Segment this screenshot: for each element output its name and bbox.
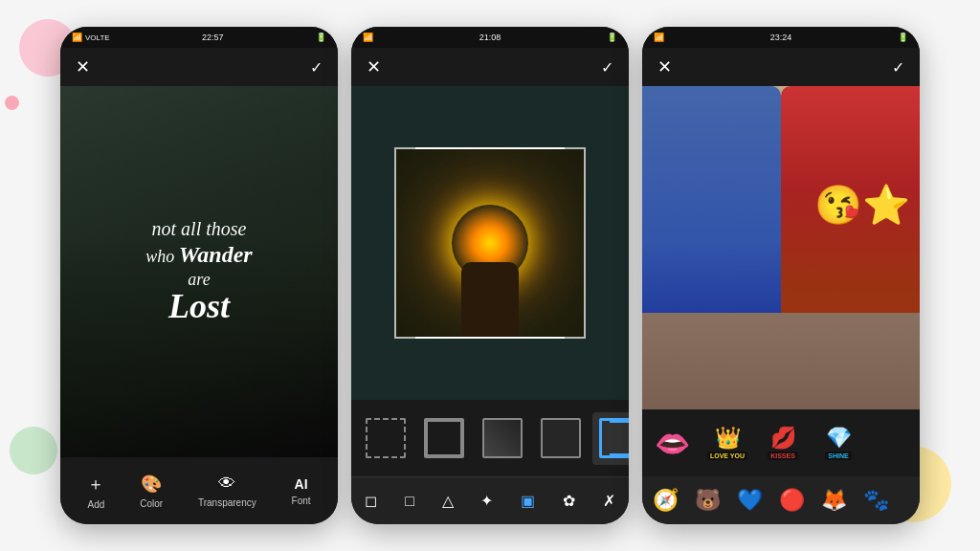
- diamond-emoji: 💎: [826, 426, 852, 451]
- confirm-button-2[interactable]: ✓: [601, 58, 613, 77]
- status-icons-left-3: 📶: [654, 33, 664, 42]
- ai-font-icon: AI: [295, 476, 308, 492]
- sticker-extra[interactable]: 🐾: [858, 483, 893, 518]
- status-bar-1: 📶 VOLTE 22:57 🔋: [60, 27, 338, 48]
- status-bar-2: 📶 21:08 🔋: [351, 27, 629, 48]
- frame-option-3[interactable]: [476, 412, 528, 465]
- status-icons-left-1: 📶 VOLTE: [72, 33, 110, 42]
- shine-label: SHINE: [825, 452, 851, 460]
- crown-emoji: 👑: [715, 426, 741, 451]
- sticker-emoji-placed[interactable]: 😘⭐: [814, 183, 910, 228]
- frame-option-2[interactable]: [417, 412, 470, 465]
- battery-icon-2: 🔋: [607, 33, 617, 42]
- photo-frame: [394, 147, 586, 339]
- photo-bg-3: 😘⭐: [642, 86, 920, 409]
- signal-icon-2: 📶: [363, 33, 373, 42]
- transparency-label: Transparency: [198, 497, 256, 508]
- time-1: 22:57: [202, 33, 224, 42]
- frame-option-4[interactable]: [534, 412, 587, 465]
- signal-icon-3: 📶: [654, 33, 664, 42]
- kisses-emoji: 💋: [770, 426, 796, 451]
- stickers-shelf-2: 🧭 🐻 💙 🔴 🦊 🐾: [642, 476, 920, 524]
- app-header-3: ✕ ✓: [642, 48, 920, 86]
- transparency-icon: 👁: [218, 474, 235, 494]
- hand-silhouette: [461, 262, 519, 339]
- quote-line2: who Wander: [145, 242, 252, 268]
- status-icons-left-2: 📶: [363, 33, 373, 42]
- canvas-area-1[interactable]: not all those who Wander are Lost: [60, 86, 338, 457]
- phone-text-editor: 📶 VOLTE 22:57 🔋 ✕ ✓ not all those who Wa…: [60, 27, 338, 524]
- heart-blue-emoji: 💙: [737, 488, 763, 513]
- status-icons-right-3: 🔋: [898, 33, 908, 42]
- frame-tool-square3[interactable]: ▣: [515, 486, 541, 516]
- add-label: Add: [88, 499, 105, 510]
- sticker-kisses[interactable]: 💋 KISSES: [759, 419, 807, 467]
- close-button-3[interactable]: ✕: [657, 56, 672, 77]
- canvas-area-2[interactable]: [351, 86, 629, 400]
- tool-transparency[interactable]: 👁 Transparency: [198, 474, 256, 508]
- frame-toolbar: ◻ □ △ ✦ ▣ ✿ ✗: [351, 476, 629, 524]
- kisses-label: KISSES: [768, 452, 798, 460]
- quote-word-lost: Lost: [145, 286, 252, 326]
- person-left: [642, 86, 781, 344]
- frame-tool-x[interactable]: ✗: [597, 486, 621, 516]
- stickers-shelf-1: 👄 👑 LOVE YOU 💋 KISSES 💎 SHINE: [642, 409, 920, 476]
- fox-emoji: 🦊: [821, 488, 847, 513]
- tool-add[interactable]: ＋ Add: [87, 473, 104, 510]
- sticker-heart-blue[interactable]: 💙: [732, 483, 767, 518]
- sticker-compass[interactable]: 🧭: [648, 483, 682, 518]
- tool-font[interactable]: AI Font: [292, 476, 311, 506]
- add-icon: ＋: [87, 473, 104, 496]
- app-header-1: ✕ ✓: [60, 48, 338, 86]
- phone-sticker-editor: 📶 23:24 🔋 ✕ ✓ 😘⭐ 👄: [642, 27, 920, 524]
- close-button-1[interactable]: ✕: [76, 56, 90, 77]
- color-label: Color: [140, 498, 163, 509]
- compass-emoji: 🧭: [653, 488, 679, 513]
- life-ring-emoji: 🔴: [779, 488, 805, 513]
- confirm-button-3[interactable]: ✓: [892, 58, 904, 77]
- sim-icon-1: VOLTE: [85, 33, 110, 42]
- frames-shelf: [351, 400, 629, 476]
- quote-line1: not all those: [145, 218, 252, 240]
- status-icons-right-2: 🔋: [607, 33, 617, 42]
- canvas-area-3[interactable]: 😘⭐: [642, 86, 920, 409]
- confirm-button-1[interactable]: ✓: [310, 58, 323, 77]
- close-button-2[interactable]: ✕: [367, 56, 381, 77]
- love-you-label: LOVE YOU: [707, 452, 747, 460]
- signal-icon-1: 📶: [72, 33, 82, 42]
- status-bar-3: 📶 23:24 🔋: [642, 27, 920, 48]
- sticker-shine[interactable]: 💎 SHINE: [814, 419, 862, 467]
- frame-tool-triangle[interactable]: △: [436, 486, 459, 516]
- toolbar-1: ＋ Add 🎨 Color 👁 Transparency AI Font: [60, 457, 338, 524]
- sticker-fox[interactable]: 🦊: [816, 483, 851, 518]
- font-label: Font: [292, 496, 311, 506]
- battery-icon-3: 🔋: [898, 33, 908, 42]
- sticker-life-ring[interactable]: 🔴: [774, 483, 809, 518]
- frame-tool-star[interactable]: ✦: [475, 486, 499, 516]
- extra-emoji: 🐾: [863, 488, 889, 513]
- time-2: 21:08: [479, 33, 501, 42]
- phones-container: 📶 VOLTE 22:57 🔋 ✕ ✓ not all those who Wa…: [0, 0, 980, 551]
- color-icon: 🎨: [141, 474, 162, 495]
- photo-img: [394, 147, 586, 339]
- frame-option-5[interactable]: [592, 412, 629, 465]
- tool-color[interactable]: 🎨 Color: [140, 474, 163, 509]
- status-icons-right-1: 🔋: [316, 33, 326, 42]
- time-3: 23:24: [770, 33, 792, 42]
- floor-bg: [642, 313, 920, 409]
- quote-overlay[interactable]: not all those who Wander are Lost: [136, 209, 261, 336]
- frame-tool-square2[interactable]: □: [399, 487, 420, 516]
- sticker-lips[interactable]: 👄: [648, 419, 696, 467]
- frame-option-1[interactable]: [359, 412, 412, 465]
- lips-emoji: 👄: [655, 427, 690, 460]
- bear-emoji: 🐻: [695, 488, 721, 513]
- sticker-love-you[interactable]: 👑 LOVE YOU: [703, 419, 751, 467]
- battery-icon-1: 🔋: [316, 33, 326, 42]
- app-header-2: ✕ ✓: [351, 48, 629, 86]
- frame-tool-square1[interactable]: ◻: [359, 486, 383, 516]
- sticker-bear[interactable]: 🐻: [690, 483, 724, 518]
- frame-tool-flower[interactable]: ✿: [557, 486, 581, 516]
- phone-frame-editor: 📶 21:08 🔋 ✕ ✓: [351, 27, 629, 524]
- people-photo: [642, 86, 920, 409]
